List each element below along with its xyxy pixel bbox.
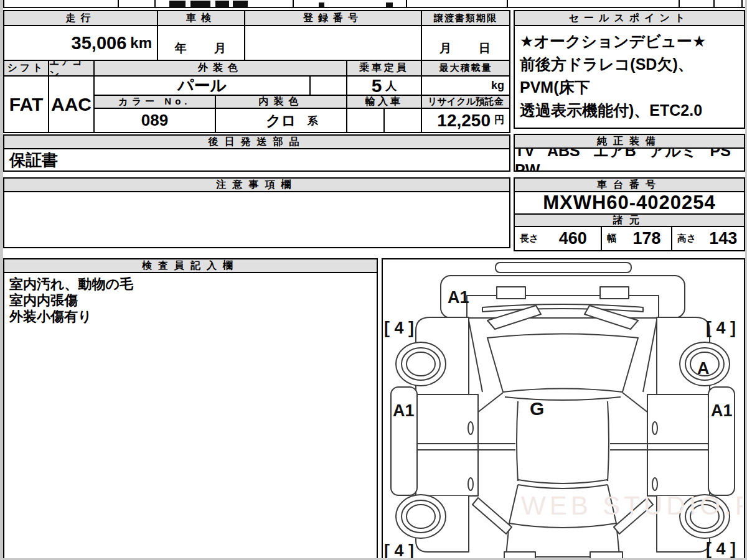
interior-color-value: クロ 系: [215, 108, 347, 133]
genuine-equipment-header: 純正装備: [514, 134, 745, 149]
transfer-deadline-header: 譲渡書類期限: [421, 10, 510, 26]
door-handle: [468, 422, 473, 434]
roof-side-left: [517, 401, 518, 481]
chassis-header: 車台番号: [514, 177, 745, 192]
cropped-row-remnant: [0, 0, 747, 8]
spec-length-label: 長さ: [520, 233, 538, 245]
color-no-header: カラー No.: [93, 95, 216, 109]
tire-depth-front-right: [ 4 ]: [706, 319, 736, 337]
sales-point-line: 透過表示機能付)、ETC2.0: [520, 99, 702, 122]
inspection-header: 車検: [157, 10, 245, 26]
car-damage-diagram: A1 [ 4 ] [ 4 ] [ 4 ] [ 4 ] A1 A1 A G WEB…: [383, 259, 743, 560]
fender-crease-right: [643, 320, 657, 392]
mileage-header: 走行: [3, 10, 158, 26]
damage-code-right-side: A1: [711, 401, 733, 420]
aircon-value: AAC: [48, 75, 95, 133]
max-load-value: kg: [421, 75, 510, 96]
inspection-value: 年 月: [157, 25, 245, 61]
spec-width-value: 178: [622, 229, 671, 248]
inspector-line: 室内内張傷: [9, 292, 78, 309]
wheel-front-left: [396, 342, 446, 386]
genuine-equipment-value: TV ABS エアB アルミ PS PW: [514, 147, 745, 172]
auction-sheet: 走行 車検 登録番号 譲渡書類期限 35,006 km 年 月 月 日 シフト …: [0, 0, 747, 560]
spec-width-label: 幅: [607, 233, 616, 245]
door-handle: [652, 422, 657, 434]
quarter-left: [472, 498, 512, 534]
damage-code-hood: A1: [448, 288, 469, 307]
specs-header: 諸元: [514, 213, 745, 227]
b-fold-left: [477, 393, 503, 413]
recycle-deposit-header: リサイクル預託金: [421, 95, 510, 109]
windshield: [487, 334, 638, 393]
import-car-value-2: [383, 108, 422, 133]
damage-diagram-box: A1 [ 4 ] [ 4 ] [ 4 ] [ 4 ] A1 A1 A G WEB…: [382, 258, 745, 560]
exterior-color-value: パール: [93, 75, 311, 96]
spec-height-value: 143: [702, 229, 744, 248]
shift-value: FAT: [3, 75, 49, 133]
interior-color-suffix: 系: [308, 113, 318, 128]
later-parts-value: 保証書: [3, 148, 510, 172]
sales-point-body: ★オークションデビュー★ 前後方ドラレコ(SD欠)、PVM(床下 透過表示機能付…: [514, 25, 745, 129]
sales-point-line: 前後方ドラレコ(SD欠)、PVM(床下: [520, 53, 739, 99]
tire-depth-rear-right: [ 4 ]: [706, 539, 736, 558]
recycle-deposit-unit: 円: [494, 114, 504, 127]
exterior-color-header: 外装色: [93, 60, 347, 77]
roof-front-edge: [505, 397, 621, 400]
spec-length: 長さ 460: [514, 226, 602, 251]
registration-no-header: 登録番号: [244, 10, 422, 26]
headlight-right: [600, 287, 629, 299]
wheel-rear-left: [396, 495, 446, 538]
capacity-unit: 人: [385, 78, 397, 93]
door-handle: [652, 478, 657, 490]
damage-code-front-right-wheel: A: [697, 359, 710, 378]
recycle-deposit-value: 12,250 円: [421, 108, 510, 133]
watermark-text: WEB STUDIO.PRO: [521, 491, 743, 520]
damage-code-left-side: A1: [393, 401, 415, 420]
roof-rear-edge: [518, 480, 608, 488]
page-edge-left: [0, 0, 3, 560]
inspector-header: 検査員記入欄: [3, 258, 378, 273]
inspector-line: 外装小傷有り: [9, 309, 92, 325]
mileage-value: 35,006 km: [3, 25, 158, 61]
tire-depth-front-left: [ 4 ]: [384, 319, 414, 337]
spec-height-label: 高さ: [677, 233, 696, 245]
b-fold-right: [622, 393, 648, 413]
sales-point-line: ★オークションデビュー★: [520, 30, 707, 53]
transfer-deadline-value: 月 日: [421, 25, 510, 61]
hood: [441, 276, 685, 318]
roof-side-right: [608, 401, 609, 481]
door-handle: [468, 478, 473, 490]
spec-length-value: 460: [545, 229, 601, 248]
interior-color-header: 内装色: [215, 95, 347, 109]
mileage-number: 35,006: [72, 33, 127, 54]
shift-header: シフト: [3, 60, 49, 77]
exterior-color-extra: [309, 75, 347, 96]
sales-point-header: セールスポイント: [514, 10, 745, 26]
inspector-body: 室内汚れ、動物の毛 室内内張傷 外装小傷有り: [3, 272, 378, 560]
spec-width: 幅 178: [601, 226, 672, 251]
tire-depth-rear-left: [ 4 ]: [384, 541, 414, 560]
mileage-unit: km: [130, 34, 152, 52]
color-no-value: 089: [93, 108, 216, 133]
recycle-deposit-number: 12,250: [437, 111, 491, 131]
import-car-header: 輸入車: [346, 95, 422, 109]
capacity-value: 5 人: [346, 75, 422, 96]
registration-no-value: [244, 25, 422, 61]
import-car-value-1: [346, 108, 385, 133]
later-parts-header: 後日発送部品: [3, 134, 510, 149]
damage-code-windshield: G: [530, 398, 544, 419]
fender-crease-left: [469, 320, 482, 392]
capacity-number: 5: [372, 75, 382, 96]
max-load-header: 最大積載量: [421, 60, 510, 77]
front-bumper: [496, 263, 631, 273]
capacity-header: 乗車定員: [346, 60, 422, 77]
interior-color-name: クロ: [266, 111, 296, 131]
chassis-value: MXWH60-4020254: [514, 191, 745, 215]
notes-header: 注意事項欄: [3, 177, 510, 192]
inspector-line: 室内汚れ、動物の毛: [9, 276, 133, 292]
headlight-left: [497, 287, 525, 299]
aircon-header: エアコン: [48, 60, 95, 77]
notes-body: [3, 191, 510, 248]
spec-height: 高さ 143: [671, 226, 745, 251]
